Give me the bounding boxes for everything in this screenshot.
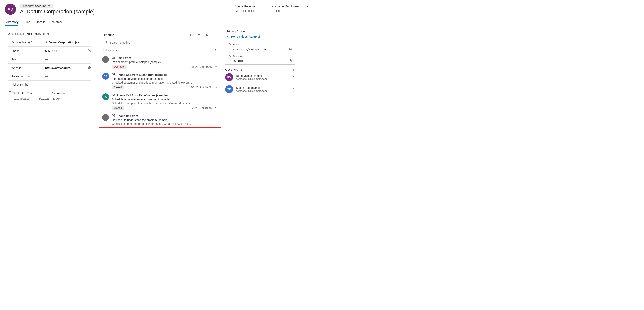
timeline-section: Timeline Enter a note... Email from Re	[99, 30, 221, 128]
timeline-sort-button[interactable]	[206, 33, 210, 37]
phone-icon[interactable]	[289, 59, 292, 63]
tab-files[interactable]: Files	[24, 20, 30, 26]
account-name-value[interactable]: A. Datum Corporation (sa...	[45, 41, 92, 44]
email-icon[interactable]	[289, 47, 292, 51]
email-icon	[112, 56, 115, 60]
timeline-filter-button[interactable]	[197, 33, 201, 37]
attachment-icon[interactable]	[214, 48, 218, 52]
svg-point-14	[216, 34, 216, 35]
header-expand-chevron[interactable]	[305, 4, 309, 8]
timeline-search-input[interactable]	[110, 41, 216, 44]
tab-details[interactable]: Details	[36, 20, 46, 26]
phone-out-icon	[112, 73, 115, 76]
record-title: A. Datum Corporation (sample)	[20, 8, 95, 15]
parent-account-value[interactable]: ---	[45, 75, 92, 78]
phone-icon[interactable]	[88, 49, 92, 53]
timeline-item-subject: Call back to understand the problem (sam…	[112, 118, 218, 122]
timeline-add-button[interactable]	[188, 33, 192, 37]
stat-label: Number of Employees	[272, 5, 299, 8]
primary-contact-name: Rene Valdes (sample)	[231, 35, 260, 38]
globe-icon[interactable]	[88, 66, 92, 70]
field-label: Parent Account	[8, 75, 45, 78]
contact-more-button[interactable]: ⋮	[292, 88, 295, 91]
section-title: ACCOUNT INFORMATION	[8, 32, 92, 36]
chevron-down-icon[interactable]	[214, 86, 218, 89]
timeline-item-time: 3/5/2019 9:49 AM	[190, 86, 212, 89]
chevron-down-icon[interactable]	[214, 106, 218, 110]
fax-value[interactable]: ---	[45, 58, 92, 61]
entity-type-selector[interactable]: Account: Account	[20, 4, 53, 8]
total-billed-value: 0 minutes	[52, 92, 92, 95]
status-badge: Closed	[112, 86, 124, 89]
timeline-item[interactable]: Phone Call from Call back to understand …	[102, 112, 218, 128]
field-label: Phone	[8, 50, 45, 52]
contact-email: someone_i@example.com	[236, 78, 267, 80]
timeline-search[interactable]	[102, 39, 218, 46]
contact-name: Susan Burk (sample)	[236, 86, 267, 90]
svg-point-13	[216, 34, 216, 34]
contact-list-item[interactable]: SB Susan Burk (sample) someone_l@example…	[225, 83, 295, 95]
timeline-item-description: Checked customer and product information…	[112, 81, 218, 84]
field-label: Fax	[8, 58, 45, 61]
field-label: Website	[8, 66, 45, 70]
chevron-down-icon	[48, 4, 50, 8]
timeline-more-button[interactable]	[214, 33, 218, 37]
contact-card-icon	[226, 34, 230, 38]
svg-point-23	[228, 36, 228, 36]
timeline-item-avatar: RV	[102, 94, 109, 100]
account-information-section: ACCOUNT INFORMATION Account Name * A. Da…	[5, 30, 95, 104]
header-stats: Annual Revenue $10,000.000 Number of Emp…	[235, 4, 301, 13]
ticker-value[interactable]: ---	[45, 83, 92, 86]
timeline-item-title: Phone Call from	[116, 114, 138, 118]
required-indicator: *	[31, 41, 32, 44]
timeline-item-description: Check customer and product information. …	[112, 122, 218, 126]
phone-out-icon	[112, 114, 115, 118]
timeline-item[interactable]: Email from Replacement product shipped (…	[102, 54, 218, 70]
timeline-item[interactable]: RV Phone Call from Rene Valdes (sample) …	[102, 91, 218, 112]
timeline-item-title: Email from	[116, 56, 131, 60]
stat-value: $10,000.000	[235, 9, 256, 13]
timeline-item-avatar	[102, 114, 109, 121]
contact-list-item[interactable]: RV Rene Valdes (sample) someone_i@exampl…	[225, 71, 295, 83]
timeline-item-avatar	[102, 56, 109, 63]
field-label: Total Billed Time	[13, 92, 34, 95]
svg-rect-24	[229, 44, 230, 45]
lock-icon	[228, 54, 232, 58]
website-value[interactable]: http://www.adatum....	[45, 66, 88, 70]
tab-related[interactable]: Related	[50, 20, 62, 26]
entity-type-label: Account: Account	[22, 4, 46, 8]
phone-value[interactable]: 555-0158	[45, 50, 88, 52]
record-avatar: AD	[5, 4, 16, 15]
svg-rect-26	[229, 56, 230, 57]
timeline-item[interactable]: SB Phone Call from Susan Burk (sample) I…	[102, 70, 218, 91]
field-label: Ticker Symbol	[8, 83, 45, 86]
last-updated-label: Last updated:	[14, 97, 30, 100]
stat-value: 6,200	[272, 9, 299, 13]
timeline-item-title: Phone Call from Susan Burk (sample)	[116, 73, 167, 76]
contact-more-button[interactable]: ⋮	[292, 76, 295, 79]
primary-contact-email[interactable]: someone_i@example.com	[232, 48, 289, 51]
svg-line-17	[106, 43, 107, 44]
primary-contact-link[interactable]: Rene Valdes (sample)	[225, 34, 295, 38]
timeline-item-avatar: SB	[102, 73, 109, 80]
svg-point-16	[105, 41, 107, 43]
contact-email: someone_l@example.com	[236, 90, 267, 92]
field-label: Account Name	[12, 41, 30, 44]
status-badge: Closed	[112, 106, 124, 110]
contact-name: Rene Valdes (sample)	[236, 74, 267, 78]
last-updated-value: 4/9/2021 7:43 AM	[38, 97, 60, 100]
timeline-item-subject: Replacement product shipped (sample)	[112, 60, 218, 64]
timeline-item-subject: Schedule a maintenance appointment (samp…	[112, 98, 218, 101]
stat-label: Annual Revenue	[235, 5, 256, 8]
primary-contact-label: Primary Contact	[225, 30, 295, 33]
form-tabs: Summary Files Details Related	[5, 20, 309, 26]
note-input[interactable]: Enter a note...	[102, 48, 120, 52]
svg-marker-8	[198, 34, 200, 36]
email-label: Email	[233, 43, 240, 46]
primary-contact-phone[interactable]: 555-0108	[232, 60, 289, 62]
status-badge: Overdue	[112, 65, 126, 68]
contact-avatar: SB	[225, 85, 233, 93]
tab-summary[interactable]: Summary	[5, 20, 18, 26]
chevron-down-icon[interactable]	[214, 65, 218, 68]
contacts-more-button[interactable]: ⋮	[292, 68, 295, 71]
